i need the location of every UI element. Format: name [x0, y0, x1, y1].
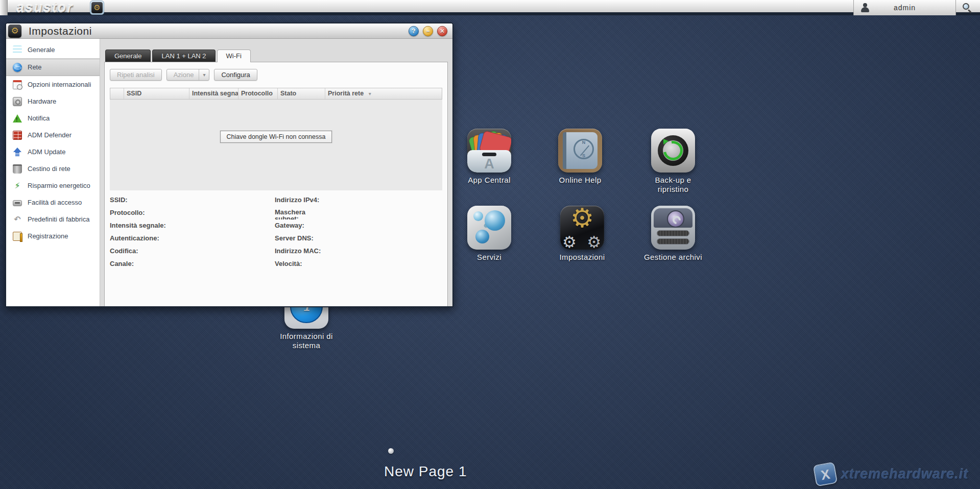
online-help-book-icon: N S: [558, 129, 602, 173]
desktop-page-label: New Page 1: [384, 463, 467, 480]
detail-label-autenticazione: Autenticazione:: [110, 234, 275, 245]
node-sphere: [485, 210, 505, 231]
letter-a-glyph: A: [467, 156, 511, 172]
minimize-button[interactable]: −: [423, 26, 433, 36]
window-titlebar[interactable]: ⚙ Impostazioni ? − ✕: [6, 23, 452, 39]
search-button[interactable]: [961, 2, 974, 14]
page-indicator-dot[interactable]: [388, 448, 394, 454]
desktop-icon-label: Servizi: [477, 253, 501, 262]
desktop-icon-backup[interactable]: Back-up e ripristino: [632, 129, 714, 194]
clipboard-icon: [13, 232, 22, 241]
sidebar-item-adm-update[interactable]: ADM Update: [6, 143, 100, 160]
desktop-icon-gestione-archivi[interactable]: Gestione archivi: [632, 206, 714, 262]
user-menu-button[interactable]: admin: [853, 0, 956, 15]
desktop-icon-label: Online Help: [559, 176, 602, 185]
detail-label-ssid: SSID:: [110, 196, 275, 207]
desktop-icon-label: Impostazioni: [559, 253, 605, 262]
xtremehardware-logo-icon: X: [813, 462, 838, 487]
user-silhouette-icon: [860, 3, 870, 13]
window-body: Generale Rete Opzioni internazionali Har…: [6, 39, 452, 306]
desktop-icon-servizi[interactable]: Servizi: [448, 206, 530, 262]
up-arrow-icon: [13, 148, 22, 157]
desktop-icon-app-central[interactable]: A App Central: [448, 129, 530, 185]
column-header-stato[interactable]: Stato: [278, 88, 325, 99]
wifi-details: SSID: Protocollo: Intensità segnale: Aut…: [110, 196, 442, 273]
warning-triangle-icon: [13, 114, 22, 123]
tab-lan[interactable]: LAN 1 + LAN 2: [152, 50, 215, 62]
watermark: X xtremehardware.it: [815, 463, 969, 485]
column-header-priorita[interactable]: Priorità rete ▾: [325, 88, 442, 99]
gears-icon: ⚙: [8, 25, 21, 38]
sidebar-item-registrazione[interactable]: Registrazione: [6, 228, 100, 244]
tab-strip: Generale LAN 1 + LAN 2 Wi-Fi: [105, 50, 251, 62]
sidebar-item-hardware[interactable]: Hardware: [6, 93, 100, 110]
sidebar-item-rete[interactable]: Rete: [6, 59, 100, 76]
calendar-icon: [13, 80, 22, 89]
sidebar-item-label: Facilità di accesso: [28, 199, 82, 206]
harddrive-icon: [13, 97, 22, 106]
watermark-text: xtremehardware.it: [841, 467, 969, 482]
storage-manager-icon: [651, 206, 695, 250]
action-dropdown-button[interactable]: Azione ▾: [166, 69, 210, 81]
window-controls: ? − ✕: [409, 26, 447, 36]
sidebar-item-label: Cestino di rete: [28, 165, 70, 173]
access-device-icon: [13, 200, 22, 206]
wrench-badge-shape: [667, 210, 684, 228]
node-sphere: [475, 230, 489, 243]
undo-arrow-icon: ↶: [13, 215, 22, 224]
topbar-handle[interactable]: [0, 0, 8, 15]
desktop-icon-impostazioni[interactable]: ⚙ ⚙ ⚙ Impostazioni: [541, 206, 623, 262]
app-central-icon: A: [467, 129, 511, 173]
drawer-slot: [482, 153, 496, 156]
column-header-empty[interactable]: [110, 88, 124, 99]
details-left-column: SSID: Protocollo: Intensità segnale: Aut…: [110, 196, 275, 273]
drive-top-shape: [654, 208, 692, 228]
sidebar-item-generale[interactable]: Generale: [6, 42, 100, 59]
sidebar-item-notifica[interactable]: Notifica: [6, 110, 100, 127]
sidebar-item-label: Hardware: [28, 98, 56, 105]
compass-icon: N S: [573, 139, 594, 159]
column-header-ssid[interactable]: SSID: [124, 88, 189, 99]
wifi-panel: Ripeti analisi Azione ▾ Configura SSID I…: [104, 62, 448, 306]
desktop-icon-online-help[interactable]: N S Online Help: [539, 129, 621, 185]
detail-label-ipv4: Indirizzo IPv4:: [275, 196, 442, 207]
window-title: Impostazioni: [29, 25, 92, 37]
details-right-column: Indirizzo IPv4: Maschera subnet: Gateway…: [275, 196, 442, 273]
sidebar-item-label: Generale: [28, 46, 55, 54]
sidebar-item-label: Risparmio energetico: [28, 182, 90, 189]
sidebar-item-label: Notifica: [28, 115, 50, 122]
close-button[interactable]: ✕: [437, 26, 447, 36]
taskbar-impostazioni-button[interactable]: ⚙: [90, 1, 104, 15]
tab-wifi[interactable]: Wi-Fi: [217, 50, 251, 62]
desktop-icon-label: Informazioni di sistema: [275, 332, 338, 350]
sidebar-item-facilita-di-accesso[interactable]: Facilità di accesso: [6, 194, 100, 211]
silver-gear-glyph: ⚙: [587, 233, 601, 250]
sidebar-item-cestino-di-rete[interactable]: Cestino di rete: [6, 160, 100, 177]
trash-icon: [13, 164, 22, 174]
impostazioni-window: ⚙ Impostazioni ? − ✕ Generale Rete Opzio…: [5, 22, 453, 307]
desktop-icon-label: App Central: [468, 176, 511, 185]
sidebar-item-adm-defender[interactable]: ADM Defender: [6, 127, 100, 143]
sidebar-item-label: Predefiniti di fabbrica: [28, 216, 89, 223]
detail-label-maschera-subnet: Maschera subnet:: [275, 209, 328, 219]
rescan-button[interactable]: Ripeti analisi: [110, 69, 162, 81]
column-header-intensita[interactable]: Intensità segnale: [189, 88, 238, 99]
sidebar-item-opzioni-internazionali[interactable]: Opzioni internazionali: [6, 76, 100, 93]
asustor-logo: asustor: [16, 0, 74, 15]
sidebar-item-label: Registrazione: [28, 233, 68, 240]
sidebar-item-risparmio-energetico[interactable]: ⚡ Risparmio energetico: [6, 177, 100, 194]
column-header-protocollo[interactable]: Protocollo: [238, 88, 278, 99]
sidebar-item-predefiniti-di-fabbrica[interactable]: ↶ Predefiniti di fabbrica: [6, 211, 100, 228]
help-button[interactable]: ?: [409, 26, 419, 36]
drive-slot: [657, 238, 689, 244]
tab-generale[interactable]: Generale: [105, 50, 151, 62]
wrench-icon: [671, 214, 683, 226]
silver-gear-glyph: ⚙: [562, 233, 577, 250]
settings-sidebar: Generale Rete Opzioni internazionali Har…: [6, 39, 100, 306]
search-icon: [963, 3, 969, 10]
desktop-icon-label: Gestione archivi: [644, 253, 702, 262]
configure-button[interactable]: Configura: [214, 69, 257, 81]
settings-content: Generale LAN 1 + LAN 2 Wi-Fi Ripeti anal…: [100, 39, 452, 306]
server-icon: [13, 45, 22, 55]
action-label: Azione: [167, 69, 199, 80]
